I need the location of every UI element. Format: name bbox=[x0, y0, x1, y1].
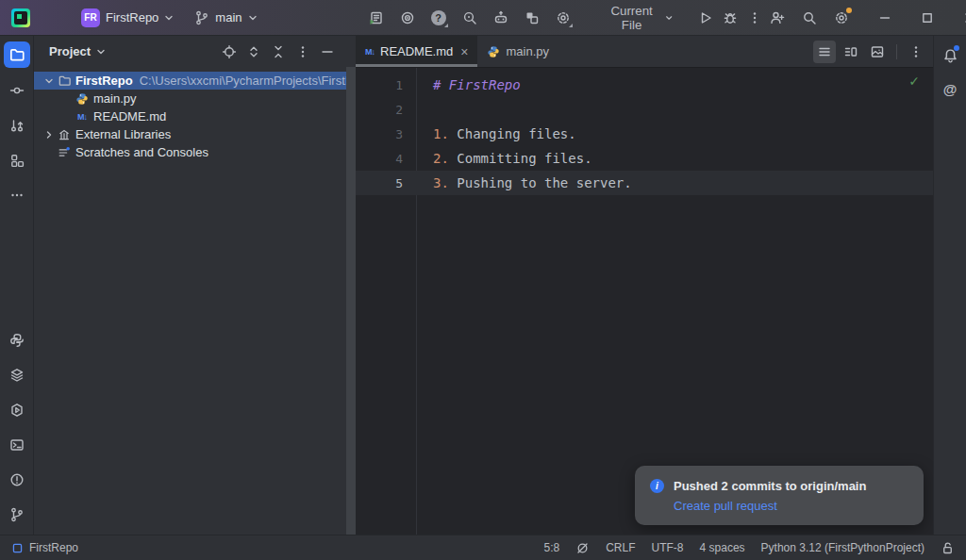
line-separator-widget[interactable]: CRLF bbox=[606, 541, 635, 554]
chevron-down-icon bbox=[96, 47, 106, 57]
run-tasks-icon[interactable] bbox=[365, 7, 388, 29]
python-interpreter-widget[interactable]: Python 3.12 (FirstPythonProject) bbox=[761, 541, 924, 554]
expand-all-button[interactable] bbox=[242, 41, 265, 63]
pycharm-logo-icon bbox=[11, 8, 30, 27]
settings-icon[interactable] bbox=[829, 6, 854, 30]
main-menu-button[interactable] bbox=[45, 10, 60, 25]
project-selector[interactable]: FR FirstRepo bbox=[75, 5, 179, 31]
search-everywhere-icon[interactable] bbox=[797, 6, 822, 30]
chevron-down-icon bbox=[665, 13, 673, 23]
split-view-button[interactable] bbox=[840, 41, 862, 63]
structure-tool-button[interactable] bbox=[5, 148, 29, 173]
python-packages-tool-button[interactable] bbox=[5, 398, 29, 422]
code-line[interactable]: 3 1. Changing files. bbox=[356, 122, 933, 146]
code-line-current[interactable]: 5 3. Pushing to the server. bbox=[356, 171, 933, 195]
tree-row-scratches[interactable]: Scratches and Consoles bbox=[34, 143, 346, 161]
commit-tool-button[interactable] bbox=[5, 78, 29, 103]
tab-readme-md[interactable]: M↓ README.md × bbox=[356, 36, 477, 67]
tree-row-external-libraries[interactable]: External Libraries bbox=[34, 125, 346, 143]
encoding-widget[interactable]: UTF-8 bbox=[652, 541, 684, 554]
more-run-actions-button[interactable] bbox=[744, 6, 765, 30]
code-with-me-icon[interactable] bbox=[765, 6, 790, 30]
settings-gear-menu-icon[interactable] bbox=[552, 7, 575, 29]
library-icon bbox=[57, 128, 72, 141]
markdown-view-switcher bbox=[813, 41, 933, 63]
git-branch-selector[interactable]: main bbox=[189, 7, 262, 29]
highlighting-off-icon[interactable] bbox=[575, 541, 590, 555]
maximize-button[interactable] bbox=[906, 0, 948, 36]
caret-position-widget[interactable]: 5:8 bbox=[544, 541, 560, 554]
tree-row-project-root[interactable]: FirstRepo C:\Users\xxcmi\PycharmProjects… bbox=[34, 72, 346, 90]
collapse-all-button[interactable] bbox=[267, 41, 290, 63]
run-button[interactable] bbox=[695, 6, 716, 30]
debug-button[interactable] bbox=[720, 6, 741, 30]
preview-view-button[interactable] bbox=[866, 41, 889, 63]
run-config-selector[interactable]: Current File bbox=[599, 6, 678, 30]
pull-requests-tool-button[interactable] bbox=[5, 113, 29, 138]
left-tool-stripe bbox=[0, 36, 34, 535]
inspect-search-icon[interactable] bbox=[458, 7, 481, 29]
code-line[interactable]: 2 bbox=[356, 97, 933, 122]
minimize-button[interactable] bbox=[863, 0, 906, 36]
chevron-right-icon[interactable] bbox=[42, 130, 57, 140]
close-window-button[interactable] bbox=[948, 0, 966, 36]
tree-item-path: C:\Users\xxcmi\PycharmProjects\FirstRepo bbox=[140, 74, 346, 88]
chevron-down-icon[interactable] bbox=[42, 76, 57, 86]
status-project-widget[interactable]: FirstRepo bbox=[11, 541, 78, 554]
services-tool-button[interactable] bbox=[5, 363, 29, 387]
status-project-name: FirstRepo bbox=[29, 541, 78, 554]
left-stripe-bottom bbox=[5, 328, 29, 527]
editor-only-view-button[interactable] bbox=[813, 41, 836, 63]
status-bar-widgets: 5:8 CRLF UTF-8 4 spaces Python 3.12 (Fir… bbox=[544, 541, 955, 555]
notifications-bell-button[interactable] bbox=[938, 43, 962, 68]
chevron-down-icon bbox=[248, 13, 258, 23]
target-icon[interactable] bbox=[396, 7, 419, 29]
push-notification-toast: i Pushed 2 commits to origin/main Create… bbox=[635, 466, 924, 525]
python-console-tool-button[interactable] bbox=[5, 328, 29, 353]
main-area: Project bbox=[0, 36, 966, 535]
status-bar: FirstRepo 5:8 CRLF UTF-8 4 spaces Python… bbox=[0, 535, 966, 560]
tree-item-label: Scratches and Consoles bbox=[75, 145, 208, 159]
code-text: 1. Changing files. bbox=[416, 126, 576, 141]
terminal-tool-button[interactable] bbox=[5, 433, 29, 457]
tree-item-label: FirstRepo bbox=[75, 74, 133, 88]
code-line[interactable]: 1 # FirstRepo bbox=[356, 73, 933, 97]
more-tool-windows-button[interactable] bbox=[5, 183, 29, 207]
tab-main-py[interactable]: main.py bbox=[477, 36, 558, 67]
close-tab-icon[interactable]: × bbox=[460, 44, 468, 59]
line-number: 2 bbox=[356, 103, 416, 117]
folder-icon bbox=[57, 74, 72, 88]
ai-assistant-button[interactable]: @ bbox=[938, 76, 962, 101]
panel-editor-splitter[interactable] bbox=[346, 36, 356, 535]
inspections-ok-icon[interactable]: ✓ bbox=[908, 74, 920, 89]
project-scrollbar[interactable] bbox=[346, 67, 356, 535]
locate-file-button[interactable] bbox=[218, 41, 241, 63]
pycharm-window: FR FirstRepo main ? bbox=[0, 0, 966, 560]
panel-options-button[interactable] bbox=[291, 41, 314, 63]
help-bubble-icon[interactable]: ? bbox=[427, 7, 450, 29]
editor-options-button[interactable] bbox=[905, 41, 927, 63]
project-name: FirstRepo bbox=[106, 10, 158, 25]
project-tool-window: Project bbox=[34, 36, 346, 535]
controller-upload-icon[interactable] bbox=[490, 7, 512, 29]
indent-widget[interactable]: 4 spaces bbox=[700, 541, 745, 554]
project-status-icon bbox=[11, 542, 24, 554]
create-pull-request-link[interactable]: Create pull request bbox=[674, 499, 866, 513]
problems-tool-button[interactable] bbox=[5, 468, 29, 492]
project-tool-button[interactable] bbox=[4, 41, 30, 68]
tree-row-main-py[interactable]: main.py bbox=[34, 90, 346, 107]
project-panel-title[interactable]: Project bbox=[49, 44, 91, 58]
hide-panel-button[interactable] bbox=[316, 41, 339, 63]
notification-message: Pushed 2 commits to origin/main bbox=[674, 478, 866, 494]
markdown-file-icon: M↓ bbox=[365, 47, 375, 57]
layout-switch-icon[interactable] bbox=[521, 7, 543, 29]
python-file-icon bbox=[75, 92, 90, 106]
code-editor[interactable]: 1 # FirstRepo 2 3 1. Changing files. 4 2… bbox=[356, 68, 933, 535]
tab-label: main.py bbox=[506, 44, 549, 58]
unlocked-icon[interactable] bbox=[941, 541, 955, 555]
git-tool-button[interactable] bbox=[5, 502, 29, 527]
run-config-name: Current File bbox=[605, 4, 659, 32]
tree-row-readme-md[interactable]: M↓ README.md bbox=[34, 107, 346, 125]
editor-area: M↓ README.md × main.py bbox=[356, 36, 933, 535]
code-line[interactable]: 4 2. Committing files. bbox=[356, 146, 933, 171]
